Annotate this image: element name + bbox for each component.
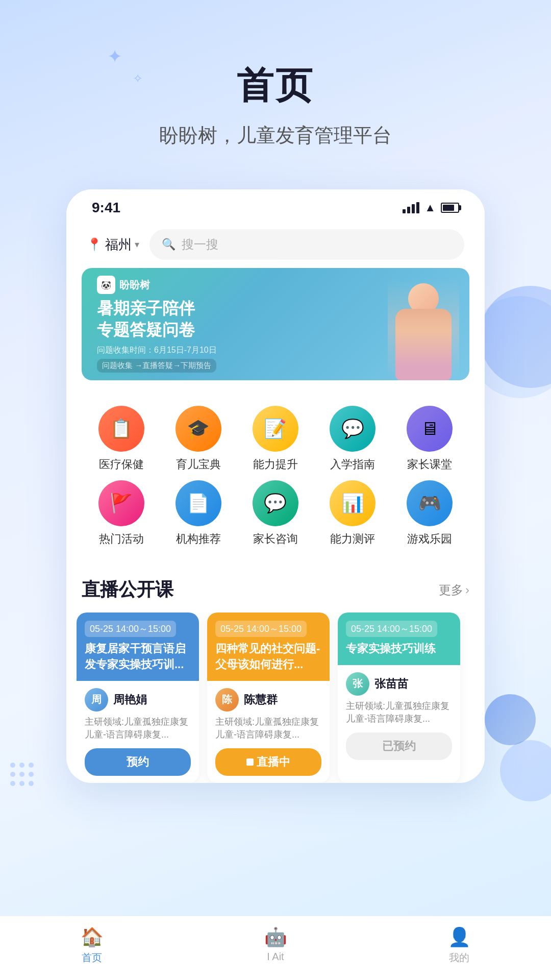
- teacher-name: 张苗苗: [374, 676, 408, 692]
- deco-dots: [10, 763, 34, 786]
- location-text: 福州: [105, 236, 132, 254]
- nav-item-profile[interactable]: 👤 我的: [367, 926, 551, 965]
- nav-item-ai[interactable]: 🤖 I Ait: [184, 926, 367, 965]
- location-pin-icon: 📍: [87, 237, 102, 252]
- live-section: 直播公开课 更多 › 05-25 14:00～15:00 康复居家干预言语启发专…: [77, 572, 474, 783]
- course-btn-course3[interactable]: 已预约: [346, 732, 452, 760]
- phone-mockup: 9:41 ▲ 📍 福州 ▾ 🔍 搜一搜: [66, 189, 485, 783]
- course-card-course2[interactable]: 05-25 14:00～15:00 四种常见的社交问题-父母该如何进行... 陈…: [207, 612, 330, 783]
- category-label-activity: 热门活动: [99, 531, 144, 547]
- category-item-institution[interactable]: 📄 机构推荐: [164, 480, 233, 547]
- teacher-desc: 主研领域:儿童孤独症康复儿童-语言障碍康复...: [85, 716, 191, 741]
- banner-logo-icon: 🐼: [97, 276, 115, 294]
- nav-icon-home: 🏠: [81, 926, 104, 948]
- category-icon-ability: 📝: [253, 406, 298, 452]
- status-time: 9:41: [92, 200, 120, 216]
- category-item-ability[interactable]: 📝 能力提升: [241, 406, 310, 472]
- category-icon-game: 🎮: [407, 480, 453, 526]
- teacher-desc: 主研领域:儿童孤独症康复儿童-语言障碍康复...: [215, 716, 321, 741]
- category-icon-childcare: 🎓: [176, 406, 221, 452]
- teacher-row: 张 张苗苗: [346, 672, 452, 696]
- category-item-game[interactable]: 🎮 游戏乐园: [395, 480, 464, 547]
- status-icons: ▲: [403, 201, 459, 214]
- category-label-evaluation: 能力测评: [330, 531, 375, 547]
- category-item-childcare[interactable]: 🎓 育儿宝典: [164, 406, 233, 472]
- course-header-course2: 05-25 14:00～15:00 四种常见的社交问题-父母该如何进行...: [207, 612, 330, 681]
- category-label-school: 入学指南: [330, 457, 375, 472]
- course-body-course3: 张 张苗苗 主研领域:儿童孤独症康复儿童-语言障碍康复... 已预约: [338, 665, 460, 767]
- category-icon-medical: 📋: [98, 406, 144, 452]
- category-item-evaluation[interactable]: 📊 能力测评: [318, 480, 387, 547]
- category-icon-institution: 📄: [176, 480, 221, 526]
- category-label-childcare: 育儿宝典: [176, 457, 221, 472]
- search-placeholder: 搜一搜: [182, 236, 218, 253]
- top-nav: 📍 福州 ▾ 🔍 搜一搜: [66, 221, 485, 268]
- teacher-name: 周艳娟: [113, 692, 147, 707]
- category-label-ability: 能力提升: [253, 457, 298, 472]
- course-list: 05-25 14:00～15:00 康复居家干预言语启发专家实操技巧训... 周…: [77, 612, 474, 783]
- more-button[interactable]: 更多 ›: [439, 582, 469, 598]
- teacher-row: 陈 陈慧群: [215, 688, 321, 712]
- category-icon-school: 💬: [330, 406, 375, 452]
- wifi-icon: ▲: [424, 201, 436, 214]
- course-time-badge: 05-25 14:00～15:00: [346, 621, 437, 637]
- banner-logo-text: 盼盼树: [119, 278, 150, 292]
- course-btn-course2[interactable]: 直播中: [215, 748, 321, 776]
- category-label-consult: 家长咨询: [253, 531, 298, 547]
- category-item-parent[interactable]: 🖥 家长课堂: [395, 406, 464, 472]
- category-label-parent: 家长课堂: [407, 457, 452, 472]
- category-icon-evaluation: 📊: [330, 480, 375, 526]
- course-card-course3[interactable]: 05-25 14:00～15:00 专家实操技巧训练 张 张苗苗 主研领域:儿童…: [338, 612, 460, 783]
- more-label: 更多: [439, 582, 463, 598]
- search-bar[interactable]: 🔍 搜一搜: [149, 229, 464, 260]
- nav-label-ai: I Ait: [267, 951, 284, 963]
- category-item-consult[interactable]: 💬 家长咨询: [241, 480, 310, 547]
- deco-ring-small: [485, 694, 536, 745]
- teacher-avatar: 周: [85, 688, 108, 712]
- teacher-name: 陈慧群: [244, 692, 278, 707]
- nav-item-home[interactable]: 🏠 首页: [0, 926, 184, 965]
- course-btn-course1[interactable]: 预约: [85, 748, 191, 776]
- category-icon-parent: 🖥: [407, 406, 453, 452]
- course-name: 专家实操技巧训练: [346, 641, 452, 657]
- signal-icon: [403, 202, 419, 213]
- page-header: 首页 盼盼树，儿童发育管理平台: [0, 0, 551, 169]
- page-subtitle: 盼盼树，儿童发育管理平台: [0, 122, 551, 149]
- teacher-row: 周 周艳娟: [85, 688, 191, 712]
- course-body-course2: 陈 陈慧群 主研领域:儿童孤独症康复儿童-语言障碍康复... 直播中: [207, 681, 330, 783]
- nav-icon-ai: 🤖: [264, 926, 287, 948]
- course-name: 康复居家干预言语启发专家实操技巧训...: [85, 641, 191, 673]
- course-time-badge: 05-25 14:00～15:00: [215, 621, 307, 637]
- bottom-nav: 🏠 首页 🤖 I Ait 👤 我的: [0, 916, 551, 980]
- category-icon-activity: 🚩: [98, 480, 144, 526]
- banner-person-illustration: [388, 278, 459, 380]
- category-label-game: 游戏乐园: [407, 531, 452, 547]
- category-grid: 📋 医疗保健 🎓 育儿宝典 📝 能力提升 💬 入学指南 🖥 家长课堂 🚩 热门活…: [87, 406, 464, 547]
- nav-label-profile: 我的: [449, 951, 469, 965]
- chevron-down-icon: ▾: [135, 239, 139, 250]
- teacher-desc: 主研领域:儿童孤独症康复儿童-语言障碍康复...: [346, 700, 452, 725]
- battery-icon: [441, 203, 459, 213]
- course-card-course1[interactable]: 05-25 14:00～15:00 康复居家干预言语启发专家实操技巧训... 周…: [77, 612, 199, 783]
- bg-decoration-2: [500, 740, 551, 801]
- course-header-course1: 05-25 14:00～15:00 康复居家干预言语启发专家实操技巧训...: [77, 612, 199, 681]
- section-header: 直播公开课 更多 ›: [77, 572, 474, 612]
- course-name: 四种常见的社交问题-父母该如何进行...: [215, 641, 321, 673]
- category-item-school[interactable]: 💬 入学指南: [318, 406, 387, 472]
- category-item-medical[interactable]: 📋 医疗保健: [87, 406, 156, 472]
- category-icon-consult: 💬: [253, 480, 298, 526]
- search-icon: 🔍: [162, 238, 176, 251]
- banner[interactable]: 🐼 盼盼树 暑期亲子陪伴专题答疑问卷 问题收集时间：6月15日-7月10日 问题…: [82, 268, 469, 380]
- teacher-avatar: 陈: [215, 688, 239, 712]
- course-time-badge: 05-25 14:00～15:00: [85, 621, 176, 637]
- category-item-activity[interactable]: 🚩 热门活动: [87, 480, 156, 547]
- status-bar: 9:41 ▲: [66, 189, 485, 221]
- course-header-course3: 05-25 14:00～15:00 专家实操技巧训练: [338, 612, 460, 665]
- live-indicator: [246, 758, 254, 766]
- category-section: 📋 医疗保健 🎓 育儿宝典 📝 能力提升 💬 入学指南 🖥 家长课堂 🚩 热门活…: [77, 390, 474, 562]
- page-title: 首页: [0, 61, 551, 110]
- nav-label-home: 首页: [82, 951, 102, 965]
- location-button[interactable]: 📍 福州 ▾: [87, 236, 139, 254]
- deco-ring-large: [480, 286, 551, 388]
- banner-flow: 问题收集 →直播答疑→下期预告: [97, 359, 216, 373]
